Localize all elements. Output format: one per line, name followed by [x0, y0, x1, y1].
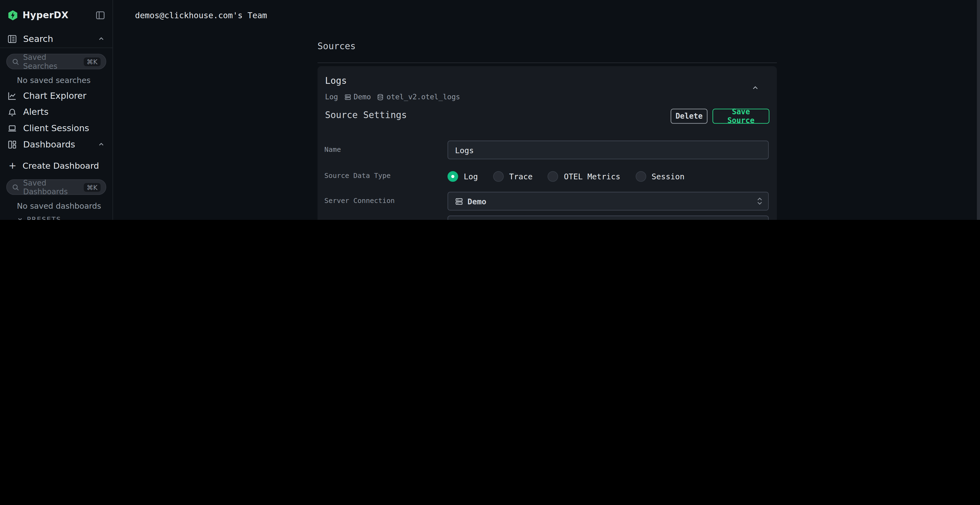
brand[interactable]: HyperDX	[8, 10, 96, 21]
sidebar-header: HyperDX	[0, 0, 113, 30]
create-dashboard-label: Create Dashboard	[22, 160, 99, 171]
saved-dashboards-input[interactable]: Saved Dashboards ⌘K	[6, 179, 106, 195]
radio-icon[interactable]	[548, 171, 558, 181]
source-data-type-radio-group: LogTraceOTEL MetricsSession	[447, 167, 685, 186]
radio-option-session[interactable]: Session	[635, 171, 685, 181]
presets-toggle[interactable]: PRESETS	[17, 216, 113, 220]
source-meta: Log Demo otel_v2.otel_logs	[325, 92, 460, 101]
sidebar-item-dashboards[interactable]: Dashboards	[0, 136, 113, 152]
radio-option-log[interactable]: Log	[447, 171, 478, 181]
search-section-icon	[8, 34, 17, 43]
topbar: demos@clickhouse.com's Team	[113, 0, 977, 31]
shortcut-badge: ⌘K	[84, 183, 101, 192]
delete-button[interactable]: Delete	[671, 108, 708, 124]
database-icon	[377, 93, 384, 100]
server-icon	[344, 93, 351, 100]
brand-name: HyperDX	[22, 10, 68, 20]
no-saved-searches-text: No saved searches	[17, 76, 113, 85]
collapse-source-icon[interactable]	[751, 84, 759, 92]
saved-searches-input[interactable]: Saved Searches ⌘K	[6, 54, 106, 69]
page-title: Sources	[317, 41, 356, 51]
input-value: Logs	[455, 145, 474, 154]
saved-dashboards-placeholder: Saved Dashboards	[23, 178, 80, 195]
sidebar-item-label: Alerts	[23, 107, 105, 117]
chevron-down-icon	[17, 216, 23, 220]
source-card: Logs Log Demo otel_v2.otel_logs	[317, 66, 777, 220]
collapse-sidebar-icon[interactable]	[95, 10, 105, 20]
main-content: Sources Logs Log Demo otel_v	[113, 30, 977, 220]
sidebar-item-label: Client Sessions	[23, 123, 105, 133]
table-tag: otel_v2.otel_logs	[377, 92, 460, 101]
field-label: Database	[325, 216, 443, 220]
no-saved-dashboards-text: No saved dashboards	[17, 201, 113, 210]
radio-option-trace[interactable]: Trace	[493, 171, 533, 181]
create-dashboard-button[interactable]: + Create Dashboard	[0, 157, 113, 174]
field-label: Server Connection	[325, 192, 443, 211]
sidebar-item-chart-explorer[interactable]: Chart Explorer	[0, 87, 113, 104]
source-title: Logs	[325, 76, 347, 86]
sidebar-section-search[interactable]: Search	[0, 30, 113, 48]
select-value: Demo	[468, 197, 486, 206]
server-icon	[455, 197, 463, 205]
source-type-tag: Log	[325, 92, 338, 101]
saved-searches-placeholder: Saved Searches	[23, 53, 80, 70]
select-server-connection[interactable]: Demo	[447, 192, 769, 211]
magnifier-icon	[12, 183, 20, 191]
divider	[317, 63, 777, 63]
shortcut-badge: ⌘K	[84, 57, 101, 66]
radio-label: Trace	[509, 172, 533, 181]
sidebar-item-label: Chart Explorer	[23, 91, 105, 101]
field-label: Source Data Type	[325, 167, 443, 186]
app-window: HyperDX Search Saved Searches ⌘K No save…	[0, 0, 980, 220]
select-database[interactable]: otel_v2	[447, 216, 769, 220]
chevron-up-icon	[97, 141, 105, 148]
chart-icon	[8, 91, 17, 100]
presets-label: PRESETS	[27, 216, 61, 220]
sidebar-item-alerts[interactable]: Alerts	[0, 104, 113, 120]
bell-icon	[8, 107, 17, 116]
radio-label: Log	[464, 172, 478, 181]
magnifier-icon	[12, 58, 20, 65]
connection-tag: Demo	[344, 92, 371, 101]
radio-label: Session	[652, 172, 685, 181]
save-source-button[interactable]: Save Source	[713, 108, 769, 124]
chevron-updown-icon	[756, 197, 763, 205]
radio-icon[interactable]	[635, 171, 646, 181]
radio-selected-icon[interactable]	[447, 171, 458, 181]
radio-option-otel-metrics[interactable]: OTEL Metrics	[548, 171, 620, 181]
sidebar-item-label: Dashboards	[23, 139, 97, 149]
search-section-label: Search	[23, 34, 97, 44]
team-title: demos@clickhouse.com's Team	[135, 10, 267, 20]
laptop-icon	[8, 123, 17, 132]
scrollbar[interactable]	[977, 0, 980, 220]
chevron-up-icon	[97, 35, 105, 43]
field-label: Name	[325, 141, 443, 159]
sidebar-item-client-sessions[interactable]: Client Sessions	[0, 120, 113, 136]
plus-icon: +	[8, 160, 18, 171]
radio-icon[interactable]	[493, 171, 504, 181]
sidebar: HyperDX Search Saved Searches ⌘K No save…	[0, 0, 113, 220]
radio-label: OTEL Metrics	[564, 172, 620, 181]
source-settings-title: Source Settings	[325, 110, 407, 120]
hyperdx-logo-icon	[8, 10, 18, 21]
input-name[interactable]: Logs	[447, 141, 769, 159]
dashboard-icon	[8, 140, 17, 149]
